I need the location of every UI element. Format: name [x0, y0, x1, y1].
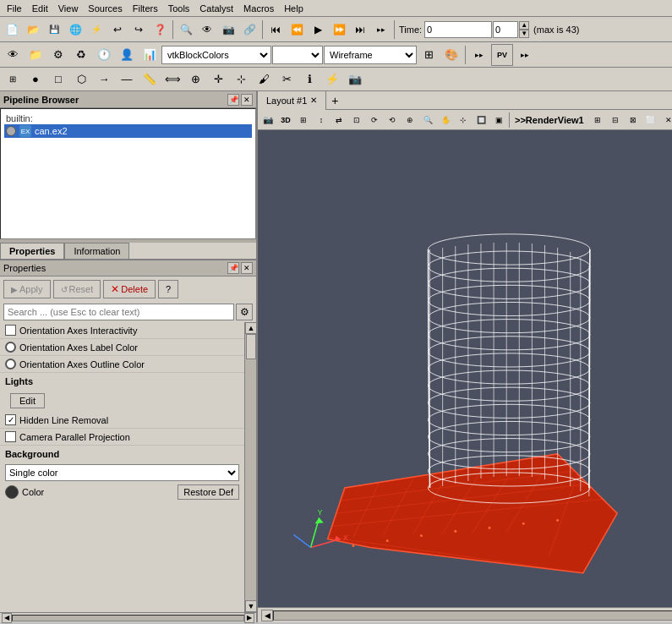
link-btn[interactable]: 🔗	[239, 19, 260, 40]
select-btn[interactable]: ⊹	[230, 68, 252, 90]
more2-btn[interactable]: ▸▸	[468, 44, 490, 66]
apply-button[interactable]: ▶ Apply	[3, 280, 51, 298]
ruler-btn[interactable]: 📏	[139, 68, 161, 90]
info-btn[interactable]: ℹ	[298, 68, 320, 90]
extract-btn[interactable]: ⚙	[47, 44, 69, 66]
rt-layout-tile[interactable]: ⊞	[589, 112, 606, 129]
frame-up-btn[interactable]: ▲	[519, 21, 529, 30]
person-btn[interactable]: 👤	[116, 44, 138, 66]
find-data-btn[interactable]: 🔍	[176, 19, 196, 40]
more3-btn[interactable]: ▸▸	[514, 44, 536, 66]
camera2-btn[interactable]: 📷	[344, 68, 366, 90]
camera-parallel-checkbox[interactable]	[5, 431, 16, 442]
rt-btn5[interactable]: ⟳	[366, 112, 383, 129]
disconnect-btn[interactable]: ⚡	[86, 19, 107, 40]
menu-file[interactable]: File	[2, 2, 27, 15]
delete-button[interactable]: ✕ Delete	[103, 280, 156, 298]
measure-btn[interactable]: ⟺	[161, 68, 183, 90]
orientation-label-color-radio[interactable]	[5, 342, 16, 353]
line-btn[interactable]: —	[116, 68, 138, 90]
save-btn[interactable]: 💾	[44, 19, 64, 40]
colormap-2[interactable]	[272, 46, 323, 64]
visibility-eye[interactable]	[6, 126, 16, 136]
center-btn[interactable]: ⊕	[184, 68, 206, 90]
grid-btn[interactable]: ⊞	[2, 68, 24, 90]
palette-btn[interactable]: 🎨	[440, 44, 462, 66]
hscroll-right-btn[interactable]: ▶	[244, 613, 254, 623]
folder2-btn[interactable]: 📁	[25, 44, 46, 66]
axes-btn[interactable]: ✛	[207, 68, 229, 90]
add-layout-btn[interactable]: +	[326, 93, 343, 108]
hscroll-track[interactable]	[12, 615, 244, 621]
last-frame-btn[interactable]: ⏭	[350, 19, 370, 40]
scroll-down-btn[interactable]: ▼	[245, 600, 256, 612]
rescale-btn[interactable]: ⊞	[418, 44, 440, 66]
next-frame-btn[interactable]: ⏩	[329, 19, 349, 40]
frame-down-btn[interactable]: ▼	[519, 30, 529, 38]
status-left-btn[interactable]: ◀	[261, 610, 273, 621]
search-input[interactable]	[3, 304, 234, 320]
rt-btn2[interactable]: ↕	[313, 112, 330, 129]
menu-edit[interactable]: Edit	[27, 2, 53, 15]
recycle-btn[interactable]: ♻	[70, 44, 92, 66]
rt-3d-btn[interactable]: 3D	[277, 112, 294, 129]
rt-layout-close[interactable]: ✕	[660, 112, 672, 129]
background-type-select[interactable]: Single color	[5, 464, 239, 481]
menu-catalyst[interactable]: Catalyst	[194, 2, 238, 15]
layout-tab[interactable]: Layout #1 ✕	[258, 91, 326, 110]
prev-frame-btn[interactable]: ⏪	[287, 19, 307, 40]
camera-btn[interactable]: 📷	[218, 19, 238, 40]
scroll-thumb[interactable]	[246, 334, 256, 359]
tab-properties[interactable]: Properties	[0, 243, 64, 259]
status-scroll[interactable]	[273, 610, 672, 621]
render-area[interactable]: X Y	[258, 130, 672, 607]
menu-macros[interactable]: Macros	[238, 2, 279, 15]
orientation-interactivity-checkbox[interactable]	[5, 325, 16, 336]
arrow-btn[interactable]: →	[93, 68, 115, 90]
colormap-select[interactable]: vtkBlockColors	[161, 46, 271, 64]
new-btn[interactable]: 📄	[2, 19, 22, 40]
layout-tab-close[interactable]: ✕	[310, 96, 317, 105]
rt-layout-hsplit[interactable]: ⊠	[625, 112, 642, 129]
connect-btn[interactable]: 🌐	[65, 19, 85, 40]
menu-sources[interactable]: Sources	[83, 2, 127, 15]
eye2-btn[interactable]: 👁	[2, 44, 24, 66]
more-btn[interactable]: ▸▸	[371, 19, 391, 40]
open-btn[interactable]: 📂	[23, 19, 43, 40]
help-question-button[interactable]: ?	[158, 280, 178, 298]
pipeline-browser-close[interactable]: ✕	[241, 94, 253, 106]
hidden-line-checkbox[interactable]: ✓	[5, 414, 16, 425]
frame-input[interactable]	[493, 21, 518, 38]
rt-btn6[interactable]: ⟲	[384, 112, 401, 129]
cylinder-btn[interactable]: ⬡	[70, 68, 92, 90]
pipeline-item-can[interactable]: EX can.ex2	[4, 124, 252, 138]
scroll-track[interactable]	[245, 334, 256, 600]
reset-button[interactable]: ↺ Reset	[53, 280, 101, 298]
rt-btn1[interactable]: ⊞	[295, 112, 312, 129]
menu-filters[interactable]: Filters	[128, 2, 163, 15]
undo-btn[interactable]: ↩	[107, 19, 128, 40]
rt-layout-max[interactable]: ⬜	[642, 112, 659, 129]
lightning-btn[interactable]: ⚡	[321, 68, 343, 90]
time-input[interactable]	[424, 21, 492, 38]
box-btn[interactable]: □	[47, 68, 69, 90]
rt-camera-btn[interactable]: 📷	[260, 112, 276, 129]
redo-btn[interactable]: ↪	[128, 19, 149, 40]
sphere-btn[interactable]: ●	[25, 68, 46, 90]
pipeline-browser-pin[interactable]: 📌	[227, 94, 239, 106]
rt-btn4[interactable]: ⊡	[348, 112, 365, 129]
rt-btn12[interactable]: ▣	[490, 112, 507, 129]
properties-pin[interactable]: 📌	[227, 262, 239, 274]
rt-btn10[interactable]: ⊹	[455, 112, 472, 129]
hscroll-left-btn[interactable]: ◀	[2, 613, 12, 623]
menu-help[interactable]: Help	[279, 2, 309, 15]
chart-btn[interactable]: 📊	[139, 44, 161, 66]
rt-btn3[interactable]: ⇄	[331, 112, 347, 129]
rt-btn11[interactable]: 🔲	[473, 112, 489, 129]
orientation-outline-color-radio[interactable]	[5, 359, 16, 369]
logo-btn[interactable]: PV	[491, 44, 513, 66]
scissor-btn[interactable]: ✂	[276, 68, 298, 90]
first-frame-btn[interactable]: ⏮	[265, 19, 286, 40]
help-btn[interactable]: ❓	[150, 19, 170, 40]
rt-btn9[interactable]: ✋	[437, 112, 454, 129]
